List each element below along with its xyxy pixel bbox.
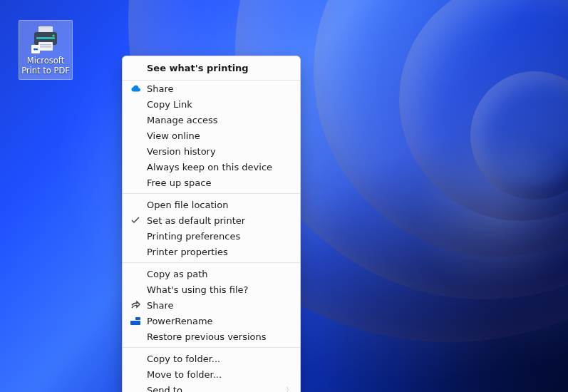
menu-item-free-space[interactable]: Free up space — [123, 175, 300, 190]
menu-item-label: Share — [147, 300, 294, 311]
menu-item-label: What's using this file? — [147, 284, 294, 295]
menu-item-powerrename[interactable]: PowerRename — [123, 313, 300, 329]
printer-icon: ➦ — [30, 24, 61, 55]
svg-rect-4 — [40, 46, 51, 48]
menu-item-label: Version history — [147, 146, 294, 157]
menu-item-label: View online — [147, 130, 294, 141]
menu-item-copy-link[interactable]: Copy Link — [123, 96, 300, 112]
menu-item-move-to[interactable]: Move to folder... — [123, 366, 300, 382]
menu-item-copy-to[interactable]: Copy to folder... — [123, 351, 300, 366]
share-icon — [128, 299, 143, 311]
desktop[interactable]: ➦ Microsoft Print to PDF See what's prin… — [0, 0, 568, 392]
menu-item-label: Move to folder... — [147, 369, 294, 380]
shortcut-arrow-badge: ➦ — [31, 45, 40, 53]
context-menu: See what's printing ShareCopy LinkManage… — [122, 56, 301, 392]
svg-rect-8 — [132, 321, 134, 324]
menu-item-open-file-loc[interactable]: Open file location — [123, 197, 300, 212]
svg-rect-3 — [40, 44, 51, 46]
menu-item-copy-as-path[interactable]: Copy as path — [123, 266, 300, 282]
menu-item-label: Printing preferences — [147, 231, 294, 242]
powerrename-icon — [128, 315, 143, 326]
desktop-icon-printer-shortcut[interactable]: ➦ Microsoft Print to PDF — [19, 20, 73, 80]
menu-item-share-out[interactable]: Share — [123, 297, 300, 313]
chevron-right-icon: 〉 — [286, 385, 294, 392]
desktop-icon-label: Microsoft Print to PDF — [21, 56, 70, 76]
menu-item-version-hist[interactable]: Version history — [123, 143, 300, 159]
menu-item-send-to[interactable]: Send to〉 — [123, 382, 300, 392]
menu-separator — [123, 347, 300, 348]
menu-item-keep-device[interactable]: Always keep on this device — [123, 159, 300, 175]
menu-item-label: Free up space — [147, 177, 294, 188]
menu-item-label: Copy to folder... — [147, 354, 294, 364]
menu-item-label: Always keep on this device — [147, 162, 294, 172]
menu-item-restore-prev[interactable]: Restore previous versions — [123, 329, 300, 344]
menu-item-label: Manage access — [147, 115, 294, 125]
menu-item-label: Restore previous versions — [147, 331, 294, 342]
menu-item-whats-using[interactable]: What's using this file? — [123, 282, 300, 297]
menu-item-set-default[interactable]: Set as default printer — [123, 212, 300, 228]
menu-item-label: Open file location — [147, 200, 294, 210]
cloud-icon — [128, 83, 143, 94]
svg-point-5 — [52, 34, 54, 36]
checkmark-icon — [128, 215, 143, 226]
menu-item-label: Share — [147, 83, 294, 94]
menu-item-label: Copy as path — [147, 269, 294, 279]
menu-item-label: PowerRename — [147, 316, 294, 326]
menu-item-manage-access[interactable]: Manage access — [123, 112, 300, 128]
menu-item-label: Send to — [147, 385, 286, 393]
svg-rect-9 — [135, 317, 140, 320]
menu-item-printer-props[interactable]: Printer properties — [123, 244, 300, 259]
svg-rect-6 — [36, 37, 55, 39]
menu-item-print-prefs[interactable]: Printing preferences — [123, 228, 300, 244]
menu-item-label: Copy Link — [147, 99, 294, 110]
menu-item-label: Printer properties — [147, 247, 294, 257]
menu-item-share-cloud[interactable]: Share — [123, 81, 300, 96]
menu-item-view-online[interactable]: View online — [123, 128, 300, 143]
menu-separator — [123, 262, 300, 263]
menu-item-label: Set as default printer — [147, 215, 294, 226]
menu-separator — [123, 193, 300, 194]
context-menu-header[interactable]: See what's printing — [123, 56, 300, 81]
